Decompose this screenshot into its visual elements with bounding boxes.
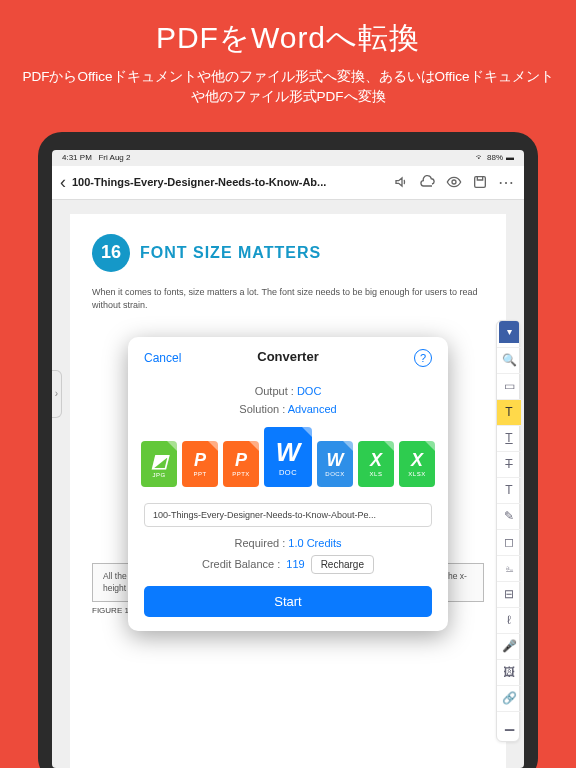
output-row: Output : DOC	[144, 385, 432, 397]
recharge-button[interactable]: Recharge	[311, 555, 374, 574]
tablet-screen: 4:31 PM Fri Aug 2 ᯤ 88% ▬ ‹ 100-Things-E…	[52, 150, 524, 768]
underline-tool-icon[interactable]: T	[497, 425, 521, 451]
back-button[interactable]: ‹	[60, 172, 66, 193]
dialog-title: Converter	[144, 349, 432, 364]
cloud-icon[interactable]	[418, 172, 438, 192]
battery-pct: 88%	[487, 153, 503, 162]
solution-value[interactable]: Advanced	[288, 403, 337, 415]
search-icon[interactable]: 🔍	[497, 347, 521, 373]
required-value: 1.0 Credits	[288, 537, 341, 549]
eye-icon[interactable]	[444, 172, 464, 192]
promo-subtitle: PDFからOfficeドキュメントや他のファイル形式へ変換、あるいはOffice…	[20, 67, 556, 108]
document-viewport[interactable]: 16 FONT SIZE MATTERS When it comes to fo…	[52, 200, 524, 768]
format-doc[interactable]: WDOC	[264, 427, 312, 487]
output-value[interactable]: DOC	[297, 385, 321, 397]
chapter-title: FONT SIZE MATTERS	[140, 241, 321, 265]
solution-label: Solution :	[239, 403, 285, 415]
chapter-number: 16	[92, 234, 130, 272]
app-toolbar: ‹ 100-Things-Every-Designer-Needs-to-Kno…	[52, 166, 524, 200]
more-icon[interactable]: ⋯	[496, 172, 516, 192]
image-tool-icon[interactable]: 🖼	[497, 659, 521, 685]
left-drawer-handle[interactable]: ›	[52, 370, 62, 418]
status-time: 4:31 PM	[62, 153, 92, 162]
format-xlsx[interactable]: XXLSX	[399, 441, 435, 487]
format-ppt[interactable]: PPPT	[182, 441, 218, 487]
text-tool-icon[interactable]: T	[497, 477, 521, 503]
save-icon[interactable]	[470, 172, 490, 192]
status-date: Fri Aug 2	[98, 153, 130, 162]
status-bar: 4:31 PM Fri Aug 2 ᯤ 88% ▬	[52, 150, 524, 166]
voice-tool-icon[interactable]: 🎤	[497, 633, 521, 659]
solution-row: Solution : Advanced	[144, 403, 432, 415]
credit-row: Credit Balance : 119 Recharge	[144, 555, 432, 574]
page-intro: When it comes to fonts, size matters a l…	[92, 286, 484, 313]
output-label: Output :	[255, 385, 294, 397]
cancel-button[interactable]: Cancel	[144, 351, 181, 365]
highlight-tool-icon[interactable]: T	[497, 399, 521, 425]
svg-rect-1	[475, 177, 486, 188]
ruler-tool-icon[interactable]: ▁	[497, 711, 521, 737]
help-icon[interactable]: ?	[414, 349, 432, 367]
link-tool-icon[interactable]: 🔗	[497, 685, 521, 711]
pen-tool-icon[interactable]: ✎	[497, 503, 521, 529]
format-jpg[interactable]: ◩JPG	[141, 441, 177, 487]
format-picker: ◩JPGPPPTPPPTXWDOCWDOCXXXLSXXLSX	[144, 427, 432, 487]
promo-title: PDFをWordへ転換	[20, 18, 556, 59]
bookmark-icon[interactable]: ▭	[497, 373, 521, 399]
format-xls[interactable]: XXLS	[358, 441, 394, 487]
document-title: 100-Things-Every-Designer-Needs-to-Know-…	[72, 176, 386, 188]
format-pptx[interactable]: PPPTX	[223, 441, 259, 487]
start-button[interactable]: Start	[144, 586, 432, 617]
textbox-tool-icon[interactable]: ⎁	[497, 555, 521, 581]
speaker-icon[interactable]	[392, 172, 412, 192]
wifi-icon: ᯤ	[476, 153, 484, 162]
balance-label: Credit Balance :	[202, 558, 280, 570]
svg-point-0	[452, 180, 456, 184]
toolbar-tab[interactable]: ▾	[499, 321, 519, 343]
filename-field[interactable]: 100-Things-Every-Designer-Needs-to-Know-…	[144, 503, 432, 527]
stamp-tool-icon[interactable]: ⊟	[497, 581, 521, 607]
converter-dialog: Cancel Converter ? Output : DOC Solution…	[128, 337, 448, 631]
balance-value: 119	[286, 558, 304, 570]
required-label: Required :	[234, 537, 285, 549]
promo-header: PDFをWordへ転換 PDFからOfficeドキュメントや他のファイル形式へ変…	[0, 0, 576, 120]
shape-tool-icon[interactable]: ◻	[497, 529, 521, 555]
strikethrough-tool-icon[interactable]: T	[497, 451, 521, 477]
format-docx[interactable]: WDOCX	[317, 441, 353, 487]
battery-icon: ▬	[506, 153, 514, 162]
signature-tool-icon[interactable]: ℓ	[497, 607, 521, 633]
required-row: Required : 1.0 Credits	[144, 537, 432, 549]
tablet-frame: 4:31 PM Fri Aug 2 ᯤ 88% ▬ ‹ 100-Things-E…	[38, 132, 538, 769]
annotation-toolbar: ▾ 🔍 ▭ T T T T ✎ ◻ ⎁ ⊟ ℓ 🎤 🖼 🔗 ▁	[496, 320, 520, 742]
